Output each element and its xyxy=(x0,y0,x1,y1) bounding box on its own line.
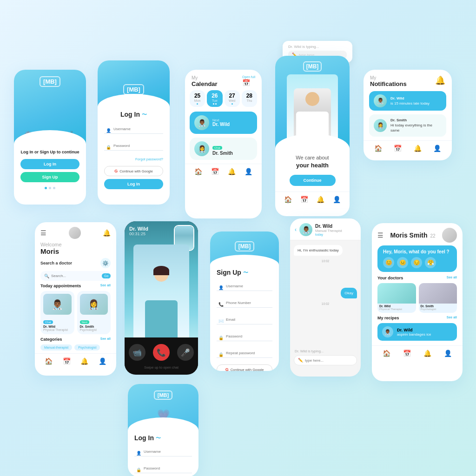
card11-title: Log In 〜 xyxy=(134,434,192,442)
doctor-thumb-wild[interactable]: Dr. Wild Physical Therapist xyxy=(377,283,416,313)
nav-bell10[interactable]: 🔔 xyxy=(423,350,431,357)
signup-email[interactable] xyxy=(217,315,272,324)
password-wrap: 🔒 xyxy=(104,140,163,154)
signup-phone[interactable] xyxy=(217,298,272,308)
nav-user2[interactable]: 👤 xyxy=(333,196,341,203)
cat-manual[interactable]: Manual-therapist xyxy=(40,344,72,350)
nav-bell2[interactable]: 🔔 xyxy=(317,196,324,203)
cat-psych[interactable]: Psychologist xyxy=(74,344,100,350)
signup-username[interactable] xyxy=(217,282,272,291)
see-all-appts[interactable]: See all xyxy=(100,284,111,287)
cal-day-tue[interactable]: 26 Tue xyxy=(207,90,222,107)
pulse-icon3: 〜 xyxy=(156,435,161,442)
card-login-bottom: [MB] 💗 Log In 〜 👤 🔒 xyxy=(128,384,198,476)
nav-user6[interactable]: 👤 xyxy=(99,357,106,365)
end-call-button[interactable]: 📞 xyxy=(153,344,170,361)
card1-login-button[interactable]: Log In xyxy=(20,159,79,169)
signup-password[interactable] xyxy=(217,332,272,341)
mood-btn-3[interactable]: 😔 xyxy=(411,257,422,268)
card8-body: Sign Up 〜 👤 📞 ✉️ 🔒 🔒 G Continue with Goo… xyxy=(210,265,279,371)
nav-cal5[interactable]: 📅 xyxy=(394,145,402,152)
username-wrap: 👤 xyxy=(104,124,163,138)
nurse-hair xyxy=(153,266,169,275)
card2-login-button[interactable]: Log In xyxy=(104,179,163,189)
back-arrow[interactable]: ‹ xyxy=(295,226,297,233)
msg-received-1: Hi, I'm enthusiastic today xyxy=(294,245,343,256)
search-input[interactable] xyxy=(51,274,100,278)
card6-header: ☰ 🔔 xyxy=(35,222,116,242)
spacer xyxy=(294,266,357,285)
nav-home5[interactable]: 🏠 xyxy=(374,145,382,152)
appt-card-smith[interactable]: 👩‍⚕️ Next Dr. Smith Psychologist xyxy=(77,291,111,334)
see-all-docs[interactable]: See all xyxy=(447,276,457,279)
signup-google-button[interactable]: G Continue with Google xyxy=(217,364,272,371)
nav-cal6[interactable]: 📅 xyxy=(63,357,71,365)
mood-btn-1[interactable]: 😊 xyxy=(383,257,394,268)
video-toggle-button[interactable]: 📹 xyxy=(129,344,145,361)
nav-bell5[interactable]: 🔔 xyxy=(414,145,422,152)
mic-toggle-button[interactable]: 🎤 xyxy=(177,344,194,361)
signup-confirm[interactable] xyxy=(217,349,272,358)
cal-day-wed[interactable]: 27 Wed xyxy=(225,90,240,107)
nav-user10[interactable]: 👤 xyxy=(444,350,452,357)
card2-logo: [MB] xyxy=(123,84,144,95)
today-appointments: Today appointments See all 👨🏾‍⚕️ Chat Dr… xyxy=(35,284,116,337)
user-avatar xyxy=(69,227,81,239)
mood-btn-4[interactable]: 😤 xyxy=(425,257,436,268)
typing-label: Dr. Wild is typing... xyxy=(288,45,347,49)
notif-item-smith[interactable]: 👩‍⚕️ Dr. Smith Hi today everything is th… xyxy=(369,114,446,137)
nav-home6[interactable]: 🏠 xyxy=(45,357,53,365)
see-all-recipes[interactable]: See all xyxy=(447,316,457,319)
nav-user5[interactable]: 👤 xyxy=(433,145,441,152)
notif-item-wild[interactable]: 👨🏾‍⚕️ Dr. Wild is 15 minutes late today xyxy=(369,91,446,111)
signup-title: Sign Up 〜 xyxy=(217,269,272,276)
chat-input-bar[interactable]: ✏️ xyxy=(294,355,357,365)
nav-home2[interactable]: 🏠 xyxy=(284,196,292,203)
see-all-cats[interactable]: See all xyxy=(100,337,111,340)
chat-input[interactable] xyxy=(305,358,354,363)
search-bar[interactable]: 🔍 Go xyxy=(40,271,111,281)
categories-label: Categories See all xyxy=(40,337,111,342)
doc-card-smith[interactable]: 👩‍⚕️ Chat Dr. Smith xyxy=(190,138,257,160)
dot-active xyxy=(45,187,47,189)
cal-day-mon[interactable]: 25 Mon xyxy=(190,90,205,107)
forgot-password-link[interactable]: Forgot password? xyxy=(104,157,163,161)
msg-time-2: 10:02 xyxy=(294,302,357,305)
nav-home-icon[interactable]: 🏠 xyxy=(194,168,202,175)
recipe-avatar: 👨🏾‍⚕️ xyxy=(382,326,393,337)
card10-header: ☰ Moris Smith 22 xyxy=(372,223,463,245)
search-filter-icon[interactable]: ⚙️ xyxy=(100,258,111,268)
notif-avatar-wild: 👨🏾‍⚕️ xyxy=(374,94,387,107)
doc-card-wild[interactable]: 👨🏾‍⚕️ Next Dr. Wild xyxy=(190,112,257,134)
card11-username[interactable] xyxy=(134,447,192,456)
search-btn[interactable]: Go xyxy=(102,273,111,278)
signup-confirm-wrap: 🔒 xyxy=(217,348,272,362)
username-input[interactable] xyxy=(104,125,163,134)
nav-bell-icon[interactable]: 🔔 xyxy=(228,168,236,175)
card8-top: [MB] xyxy=(210,231,279,265)
doctor-thumb-smith[interactable]: Dr. Smith Psychologist xyxy=(419,283,457,313)
nav-home10[interactable]: 🏠 xyxy=(383,350,390,357)
continue-button[interactable]: Continue xyxy=(290,175,336,186)
msg-sent-1: Okay xyxy=(341,288,357,298)
cal-day-thu[interactable]: 28 Thu xyxy=(242,90,257,107)
your-doctors: Your doctors See all Dr. Wild Physical T… xyxy=(372,276,463,316)
mood-btn-2[interactable]: 😐 xyxy=(397,257,408,268)
nav-cal2[interactable]: 📅 xyxy=(300,196,308,203)
call-controls: 📹 📞 🎤 xyxy=(125,337,198,365)
nav-calendar-icon[interactable]: 📅 xyxy=(211,168,219,175)
card11-password[interactable] xyxy=(134,464,192,473)
card1-signup-button[interactable]: Sign Up xyxy=(20,172,79,182)
hamburger-icon[interactable]: ☰ xyxy=(40,229,46,237)
swipe-hint: Swipe up to open chat xyxy=(125,365,198,373)
nav-user-icon[interactable]: 👤 xyxy=(245,168,252,175)
password-input[interactable] xyxy=(104,141,163,151)
recipe-card[interactable]: 👨🏾‍⚕️ Dr. Wild aspirin bandages ice xyxy=(377,323,457,341)
bell-nav-icon[interactable]: 🔔 xyxy=(103,229,111,237)
hamburger2[interactable]: ☰ xyxy=(377,231,383,239)
nav-cal10[interactable]: 📅 xyxy=(403,350,411,357)
google-signin-button[interactable]: G Continue with Google xyxy=(104,166,163,176)
nav-bell6[interactable]: 🔔 xyxy=(80,357,88,365)
appt-card-wild[interactable]: 👨🏾‍⚕️ Chat Dr. Wild Physical Therapist xyxy=(40,291,74,334)
signup-phone-wrap: 📞 xyxy=(217,298,272,311)
